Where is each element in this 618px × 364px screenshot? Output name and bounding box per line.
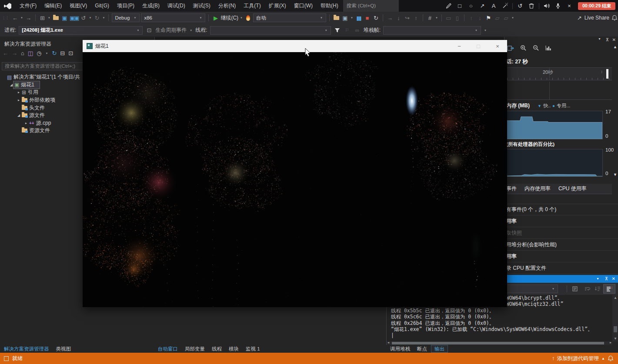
diag-row-用堆分析(会影响性能)[interactable]: 用堆分析(会影响性能) [504,239,618,251]
caret-icon[interactable]: ▼ [511,17,514,19]
live-share-icon[interactable]: ↗ [576,13,583,22]
restart-icon[interactable]: ↻ [372,13,380,22]
menu-item-生成(B)[interactable]: 生成(B) [138,0,164,12]
close-icon[interactable]: ✕ [612,276,615,281]
output-vertical-scrollbar[interactable]: ▲ ▼ [612,295,618,341]
diag-row-录 CPU 配置文件[interactable]: 录 CPU 配置文件 [504,262,618,274]
stack-frame-combo[interactable]: ▼ [383,26,481,35]
caret-up-icon[interactable]: ▲ [601,357,605,361]
pin-icon[interactable]: ⊼ [605,276,608,281]
bottom-tab-监视 1[interactable]: 监视 1 [243,345,263,352]
menu-item-分析(N)[interactable]: 分析(N) [214,0,240,12]
notifications-bell-icon[interactable] [608,355,614,361]
solution-platform-combo[interactable]: x86▼ [141,13,205,22]
draw-arrow-icon[interactable]: ↗ [477,1,488,11]
timeline-current-marker[interactable] [606,69,608,79]
filter-funnel-icon[interactable] [334,26,341,35]
redo-icon[interactable]: ↻ [93,13,100,22]
scroll-up-icon[interactable]: ▲ [612,296,618,300]
source-control-label[interactable]: 添加到源代码管理 [557,355,599,362]
scroll-up-icon[interactable]: ▲ [612,45,618,49]
output-horizontal-scrollbar[interactable]: ◂ ▸ [387,341,612,345]
zoom-in-icon[interactable] [520,45,527,51]
fireworks-app-window[interactable]: 烟花1 − □ × [83,40,507,307]
wrap-output-icon[interactable] [581,285,593,293]
diagnostics-scrollbar[interactable]: ▲ ▼ [612,44,618,179]
sync-with-active-document-icon[interactable]: ↻ [52,50,57,56]
open-folder-icon[interactable] [52,13,60,22]
diag-tab-CPU 使用率[interactable]: CPU 使用率 [558,185,587,192]
process-combo[interactable]: [24208] 烟花1.exe▼ [19,26,143,35]
scroll-left-icon[interactable]: ◂ [388,341,389,344]
caret-icon[interactable]: ▼ [351,17,353,19]
diag-tab-内存使用率[interactable]: 内存使用率 [524,185,551,192]
minimize-button[interactable]: − [450,40,469,52]
menu-item-扩展(X)[interactable]: 扩展(X) [265,0,290,12]
disabled-tool-icon-1[interactable]: ↑ [468,13,475,22]
undo-icon[interactable]: ↺ [80,13,87,22]
quick-search-input[interactable]: 搜索 (Ctrl+Q) [343,0,399,12]
lifecycle-events-icon[interactable]: ⊡ [145,26,153,35]
maximize-button[interactable]: □ [469,40,488,52]
scrollbar-thumb[interactable] [392,342,604,344]
caret-icon[interactable]: ▼ [102,17,105,19]
recording-timer-badge[interactable]: 00:00:29 结束 [578,2,615,10]
lifecycle-caret-icon[interactable]: ▼ [190,29,192,32]
expander-icon[interactable]: ▸ [17,98,21,102]
draw-circle-icon[interactable]: ○ [466,1,476,11]
back-icon[interactable]: ← [3,50,8,56]
screenshot-tool-icon[interactable]: ▣ [341,13,349,22]
expander-icon[interactable]: ◢ [9,83,13,87]
line-numbers-icon[interactable]: # [426,13,434,22]
notifications-bell-icon[interactable] [611,13,618,22]
zoom-out-icon[interactable] [533,45,539,51]
pause-icon[interactable]: ▮▮ [355,13,362,22]
caret-icon[interactable]: ▼ [48,17,50,19]
menu-item-视图(V)[interactable]: 视图(V) [66,0,91,12]
fireworks-canvas[interactable] [83,52,507,307]
scroll-right-icon[interactable]: ▸ [610,341,611,344]
continue-label[interactable]: 继续(C) [220,14,238,22]
caret-icon[interactable]: ▼ [20,17,23,19]
live-share-label[interactable]: Live Share [585,15,609,21]
disabled-tool-icon-2[interactable]: ↓ [476,13,484,22]
diag-row-用率[interactable]: 用率 [504,251,618,262]
close-button[interactable]: × [488,40,507,52]
step-into-icon[interactable]: ↓ [395,13,402,22]
save-icon[interactable]: ▣ [61,13,68,22]
draw-text-icon[interactable]: A [488,1,499,11]
caret-icon[interactable]: ▼ [240,17,243,19]
bottom-tab-输出[interactable]: 输出 [431,345,448,353]
close-recording-icon[interactable]: × [564,1,575,11]
nav-back-icon[interactable]: ← [11,13,19,22]
add-item-icon[interactable] [333,13,340,22]
bookmark-icon[interactable]: ⚑ [485,13,492,22]
stop-debug-icon[interactable]: ■ [364,13,371,22]
close-icon[interactable]: ✕ [612,37,616,42]
speaker-icon[interactable] [541,1,552,11]
registers-window-icon[interactable]: ▯ [454,13,461,22]
menu-item-项目(P)[interactable]: 项目(P) [113,0,138,12]
show-next-statement-icon[interactable]: → [386,13,394,22]
microphone-icon[interactable] [553,1,563,11]
menu-item-工具(T)[interactable]: 工具(T) [240,0,264,12]
menu-item-调试(D)[interactable]: 调试(D) [164,0,189,12]
diag-row-有事件(0 个，共 0 个)[interactable]: 有事件(0 个，共 0 个) [504,204,618,215]
caret-icon[interactable]: ▼ [46,52,48,55]
step-out-icon[interactable]: ↑ [412,13,420,22]
menu-item-窗口(W)[interactable]: 窗口(W) [290,0,317,12]
diag-tab-事件[interactable]: 事件 [506,185,517,192]
flag-threads-icon[interactable]: ⚐ [344,26,351,35]
menu-item-Git(G)[interactable]: Git(G) [91,0,113,12]
app-window-title-bar[interactable]: 烟花1 − □ × [83,40,507,52]
caret-icon[interactable]: ▼ [89,17,91,19]
pin-icon[interactable]: ⊼ [606,37,609,42]
collapse-all-icon[interactable]: ⊟ [60,50,65,56]
hot-reload-combo[interactable]: 自动▼ [253,13,326,22]
expander-icon[interactable]: ▸ [24,121,28,125]
draw-pencil-icon[interactable] [443,1,454,11]
step-over-icon[interactable]: ↪ [404,13,411,22]
new-file-icon[interactable]: ⊞ [39,13,46,22]
pending-changes-filter-icon[interactable]: ◷ [37,50,41,56]
scroll-down-icon[interactable]: ▼ [612,172,618,177]
